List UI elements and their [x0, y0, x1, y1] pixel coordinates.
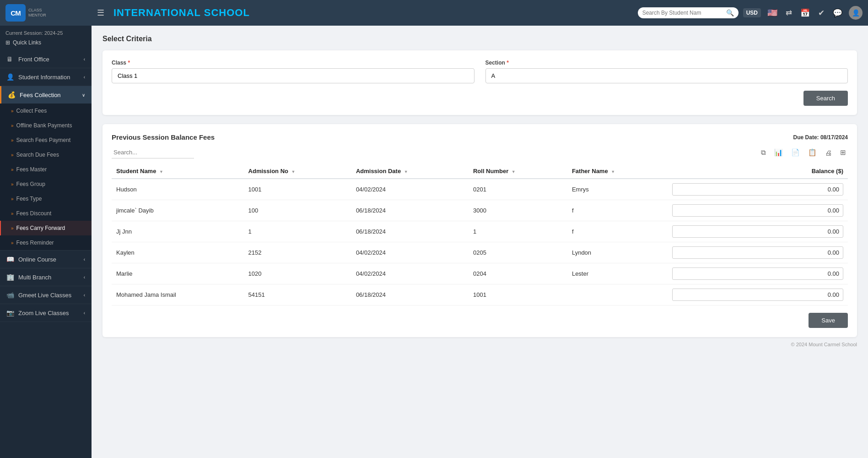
student-info-icon: 👤: [6, 73, 15, 81]
columns-icon[interactable]: ⊞: [838, 147, 848, 158]
sidebar: Current Session: 2024-25 ⊞ Quick Links 🖥…: [0, 26, 92, 458]
sidebar-item-label: Gmeet Live Classes: [18, 292, 71, 299]
main-content: Select Criteria Class * Class 1 Class 2 …: [92, 26, 868, 458]
cell-student-name: Jj Jnn: [112, 221, 244, 242]
global-search-icon[interactable]: 🔍: [726, 9, 734, 16]
balance-input-5[interactable]: [672, 289, 843, 301]
csv-icon[interactable]: 📄: [789, 147, 802, 158]
criteria-form-row: Class * Class 1 Class 2 Class 3 Section …: [112, 60, 848, 83]
arrow-icon: »: [11, 211, 14, 216]
footer: © 2024 Mount Carmel School: [102, 342, 857, 347]
cell-admission-date: 04/02/2024: [351, 263, 469, 284]
table-row: Mohamed Jama Ismail 54151 06/18/2024 100…: [112, 284, 848, 305]
sidebar-item-fees-reminder[interactable]: » Fees Reminder: [0, 235, 92, 250]
cell-student-name: jimcale` Dayib: [112, 200, 244, 221]
chevron-down-icon: ∨: [82, 93, 85, 98]
session-info: Current Session: 2024-25: [0, 26, 92, 38]
checkmark-icon[interactable]: ✔: [816, 6, 826, 20]
arrow-icon: »: [11, 138, 14, 143]
sidebar-item-fees-collection[interactable]: 💰 Fees Collection ∨: [0, 86, 92, 104]
cell-student-name: Mohamed Jama Ismail: [112, 284, 244, 305]
balance-input-0[interactable]: [672, 183, 843, 196]
section-select[interactable]: A B C: [485, 68, 848, 83]
zoom-icon: 📷: [6, 309, 15, 316]
whatsapp-icon[interactable]: 💬: [831, 6, 844, 20]
fees-collection-icon: 💰: [8, 91, 16, 98]
cell-balance[interactable]: [668, 284, 848, 305]
cell-balance[interactable]: [668, 200, 848, 221]
sidebar-item-zoom-live[interactable]: 📷 Zoom Live Classes ‹: [0, 304, 92, 322]
balance-fees-table: Student Name ▼ Admission No ▼ Admission …: [112, 164, 848, 305]
criteria-box: Class * Class 1 Class 2 Class 3 Section …: [102, 50, 857, 115]
sidebar-item-collect-fees[interactable]: » Collect Fees: [0, 104, 92, 118]
balance-input-2[interactable]: [672, 225, 843, 238]
sidebar-item-student-info[interactable]: 👤 Student Information ‹: [0, 68, 92, 86]
cell-balance[interactable]: [668, 179, 848, 200]
cell-admission-date: 04/02/2024: [351, 179, 469, 200]
top-navigation: CM CLASSMENTOR ☰ INTERNATIONAL SCHOOL 🔍 …: [0, 0, 868, 26]
multi-branch-icon: 🏢: [6, 273, 15, 281]
th-student-name: Student Name ▼: [112, 164, 244, 179]
sidebar-item-label: Student Information: [18, 74, 70, 81]
sidebar-item-fees-master[interactable]: » Fees Master: [0, 162, 92, 177]
cell-admission-no: 54151: [244, 284, 351, 305]
chevron-icon: ‹: [84, 57, 85, 62]
sidebar-item-multi-branch[interactable]: 🏢 Multi Branch ‹: [0, 268, 92, 286]
logo-text: CLASSMENTOR: [28, 8, 46, 18]
balance-input-4[interactable]: [672, 267, 843, 280]
transfer-icon[interactable]: ⇄: [784, 6, 794, 20]
balance-input-1[interactable]: [672, 204, 843, 217]
class-select[interactable]: Class 1 Class 2 Class 3: [112, 68, 474, 83]
sidebar-section-zoom: 📷 Zoom Live Classes ‹: [0, 304, 92, 322]
cell-balance[interactable]: [668, 242, 848, 263]
sidebar-item-search-due-fees[interactable]: » Search Due Fees: [0, 147, 92, 162]
global-search-input[interactable]: [642, 10, 723, 16]
table-body: Hudson 1001 04/02/2024 0201 Emrys jimcal…: [112, 179, 848, 305]
sidebar-item-fees-carry-forward[interactable]: » Fees Carry Forward: [0, 221, 92, 235]
grid-icon: ⊞: [5, 39, 10, 46]
copy-icon[interactable]: ⧉: [759, 147, 768, 158]
calendar-icon[interactable]: 📅: [798, 6, 812, 20]
cell-balance[interactable]: [668, 263, 848, 284]
cell-balance[interactable]: [668, 221, 848, 242]
hamburger-button[interactable]: ☰: [93, 6, 108, 20]
global-search-bar[interactable]: 🔍: [638, 7, 739, 18]
sidebar-section-online-course: 📖 Online Course ‹: [0, 251, 92, 268]
sidebar-section-fees-collection: 💰 Fees Collection ∨ » Collect Fees » Off…: [0, 86, 92, 251]
sidebar-item-fees-group[interactable]: » Fees Group: [0, 177, 92, 191]
sidebar-item-search-fees-payment[interactable]: » Search Fees Payment: [0, 133, 92, 147]
quick-links[interactable]: ⊞ Quick Links: [0, 38, 92, 50]
table-search-input[interactable]: [112, 147, 194, 158]
pdf-icon[interactable]: 📋: [806, 147, 819, 158]
flag-icon: 🇺🇸: [766, 6, 779, 20]
sidebar-item-fees-discount[interactable]: » Fees Discount: [0, 206, 92, 221]
balance-fees-section: Previous Session Balance Fees Due Date: …: [102, 124, 857, 337]
print-icon[interactable]: 🖨: [823, 148, 834, 158]
sidebar-item-offline-bank[interactable]: » Offline Bank Payments: [0, 118, 92, 133]
sidebar-item-fees-type[interactable]: » Fees Type: [0, 191, 92, 206]
arrow-icon: »: [11, 182, 14, 187]
save-button[interactable]: Save: [809, 313, 848, 328]
sidebar-item-label: Fees Collection: [20, 92, 61, 98]
cell-student-name: Kaylen: [112, 242, 244, 263]
due-date: Due Date: 08/17/2024: [793, 134, 848, 141]
sidebar-item-front-office[interactable]: 🖥 Front Office ‹: [0, 50, 92, 68]
sort-arrow-icon: ▼: [611, 169, 615, 174]
front-office-icon: 🖥: [6, 55, 15, 63]
arrow-icon: »: [11, 123, 14, 128]
user-avatar[interactable]: 👤: [849, 6, 863, 20]
search-button[interactable]: Search: [803, 91, 848, 106]
cell-father-name: Lester: [567, 263, 668, 284]
excel-icon[interactable]: 📊: [772, 147, 785, 158]
chevron-icon: ‹: [84, 257, 85, 262]
table-icons: ⧉ 📊 📄 📋 🖨 ⊞: [759, 147, 848, 158]
th-admission-no: Admission No ▼: [244, 164, 351, 179]
cell-roll-number: 0205: [469, 242, 567, 263]
sidebar-item-gmeet-live[interactable]: 📹 Gmeet Live Classes ‹: [0, 286, 92, 304]
fees-collection-submenu: » Collect Fees » Offline Bank Payments »…: [0, 104, 92, 250]
sort-arrow-icon: ▼: [404, 169, 408, 174]
cell-student-name: Hudson: [112, 179, 244, 200]
balance-input-3[interactable]: [672, 246, 843, 259]
cell-father-name: f: [567, 200, 668, 221]
sidebar-item-online-course[interactable]: 📖 Online Course ‹: [0, 251, 92, 268]
